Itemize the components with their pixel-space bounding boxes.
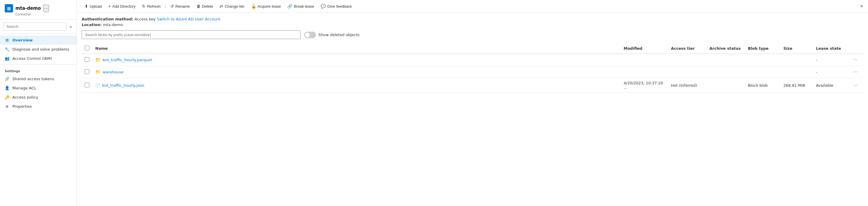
- sidebar-item-label: Overview: [12, 38, 33, 42]
- row-lease-state-cell: Available: [813, 78, 848, 93]
- acquire-lease-icon: 🔓: [251, 4, 256, 8]
- location-value: mta-demo: [103, 23, 123, 27]
- acquire-lease-button[interactable]: 🔓 Acquire lease: [248, 2, 284, 10]
- manage-acl-icon: 👤: [5, 86, 9, 90]
- close-button[interactable]: ×: [860, 3, 863, 9]
- more-options-button[interactable]: ···: [43, 5, 49, 12]
- sidebar-search-row: «: [0, 20, 76, 34]
- sidebar-item-manage-acl[interactable]: 👤 Manage ACL: [0, 84, 76, 93]
- select-all-checkbox[interactable]: [85, 46, 89, 50]
- table-header: Name Modified Access tier Archive status…: [82, 43, 863, 54]
- row-blob-type-cell: [745, 54, 780, 66]
- row-more-button[interactable]: ···: [851, 57, 859, 63]
- location-row: Location: mta-demo: [82, 23, 863, 27]
- row-checkbox-cell: [82, 54, 92, 66]
- change-tier-icon: ⇄: [219, 4, 223, 8]
- toolbar-separator: [165, 3, 166, 9]
- blob-name-link[interactable]: bnt_traffic_hourly.parquet: [103, 58, 152, 62]
- header-access-tier: Access tier: [668, 43, 707, 54]
- sidebar-item-label: Access policy: [12, 95, 38, 99]
- sidebar-item-diagnose[interactable]: 🔧 Diagnose and solve problems: [0, 45, 76, 54]
- break-lease-button[interactable]: 🔗 Break lease: [284, 2, 317, 10]
- row-more-button[interactable]: ···: [851, 82, 859, 88]
- feedback-icon: 💬: [321, 4, 326, 8]
- row-checkbox-cell: [82, 78, 92, 93]
- row-archive-status-cell: [707, 54, 745, 66]
- content-area: Authentication method: Access key Switch…: [77, 13, 868, 206]
- sidebar-item-label: Properties: [12, 104, 32, 109]
- main-panel: ⬆ Upload + Add Directory ↻ Refresh ↺ Ren…: [77, 0, 868, 206]
- row-archive-status-cell: [707, 78, 745, 93]
- collapse-sidebar-button[interactable]: «: [68, 24, 73, 30]
- sidebar-title: mta-demo: [16, 6, 41, 11]
- delete-button[interactable]: 🗑 Delete: [193, 2, 216, 10]
- upload-icon: ⬆: [85, 4, 88, 8]
- properties-icon: ≡: [5, 104, 9, 109]
- overview-icon: ⊞: [5, 38, 9, 42]
- row-blob-type-cell: [745, 66, 780, 78]
- row-archive-status-cell: [707, 66, 745, 78]
- refresh-icon: ↻: [142, 4, 146, 8]
- row-size-cell: [780, 66, 813, 78]
- blob-name-link[interactable]: warehouse: [103, 70, 124, 74]
- row-more-button[interactable]: ···: [851, 69, 859, 75]
- location-label: Location:: [82, 23, 102, 27]
- row-name-cell: 📁 warehouse: [92, 66, 621, 78]
- sidebar-item-overview[interactable]: ⊞ Overview: [0, 35, 76, 45]
- row-lease-state-cell: -: [813, 54, 848, 66]
- access-control-icon: 👥: [5, 56, 9, 61]
- table-row: 📁 warehouse - ···: [82, 66, 863, 78]
- sidebar-item-access-control[interactable]: 👥 Access Control (IAM): [0, 54, 76, 63]
- row-select-checkbox[interactable]: [85, 69, 89, 74]
- row-select-checkbox[interactable]: [85, 57, 89, 62]
- sidebar-item-label: Access Control (IAM): [12, 56, 52, 61]
- row-actions-cell: ···: [848, 78, 863, 93]
- sidebar-item-label: Shared access tokens: [12, 77, 54, 81]
- sidebar-nav: ⊞ Overview 🔧 Diagnose and solve problems…: [0, 34, 76, 206]
- header-name: Name: [92, 43, 621, 54]
- auth-method-row: Authentication method: Access key Switch…: [82, 17, 863, 21]
- blob-search-input[interactable]: [82, 30, 301, 39]
- row-actions-cell: ···: [848, 66, 863, 78]
- row-select-checkbox[interactable]: [85, 83, 89, 87]
- header-checkbox-col: [82, 43, 92, 54]
- row-access-tier-cell: [668, 66, 707, 78]
- row-access-tier-cell: [668, 54, 707, 66]
- delete-icon: 🗑: [196, 4, 200, 8]
- rename-icon: ↺: [170, 4, 174, 8]
- access-policy-icon: 🔑: [5, 95, 9, 99]
- add-directory-icon: +: [108, 4, 111, 8]
- rename-button[interactable]: ↺ Rename: [167, 2, 193, 10]
- upload-button[interactable]: ⬆ Upload: [82, 2, 105, 10]
- row-size-cell: 268.81 MiB: [780, 78, 813, 93]
- sidebar-item-access-policy[interactable]: 🔑 Access policy: [0, 93, 76, 102]
- sidebar-item-properties[interactable]: ≡ Properties: [0, 102, 76, 111]
- sidebar-item-shared-access-tokens[interactable]: 🔗 Shared access tokens: [0, 74, 76, 84]
- give-feedback-button[interactable]: 💬 Give feedback: [318, 2, 355, 10]
- header-blob-type: Blob type: [745, 43, 780, 54]
- row-checkbox-cell: [82, 66, 92, 78]
- show-deleted-label: Show deleted objects: [318, 33, 360, 37]
- auth-label: Authentication method:: [82, 17, 133, 21]
- blob-name-link[interactable]: bnt_traffic_hourly.json: [102, 83, 144, 88]
- change-tier-button[interactable]: ⇄ Change tier: [217, 2, 247, 10]
- add-directory-button[interactable]: + Add Directory: [105, 2, 138, 10]
- toggle-slider: [304, 32, 316, 38]
- table-row: 📄 bnt_traffic_hourly.json 4/20/2023, 10:…: [82, 78, 863, 93]
- row-size-cell: [780, 54, 813, 66]
- refresh-button[interactable]: ↻ Refresh: [139, 2, 164, 10]
- row-actions-cell: ···: [848, 54, 863, 66]
- row-access-tier-cell: Hot (Inferred): [668, 78, 707, 93]
- toolbar: ⬆ Upload + Add Directory ↻ Refresh ↺ Ren…: [77, 0, 868, 13]
- sidebar-subtitle: Container: [16, 12, 49, 16]
- table-body: 📁 bnt_traffic_hourly.parquet - ··· 📁 war…: [82, 54, 863, 93]
- search-input[interactable]: [4, 23, 67, 30]
- switch-auth-link[interactable]: Switch to Azure AD User Account: [157, 17, 220, 21]
- row-name-cell: 📁 bnt_traffic_hourly.parquet: [92, 54, 621, 66]
- folder-icon: 📁: [95, 69, 101, 75]
- sidebar-item-label: Manage ACL: [12, 86, 36, 90]
- header-lease-state: Lease state: [813, 43, 848, 54]
- show-deleted-toggle[interactable]: [304, 32, 316, 38]
- header-archive-status: Archive status: [707, 43, 745, 54]
- header-size: Size: [780, 43, 813, 54]
